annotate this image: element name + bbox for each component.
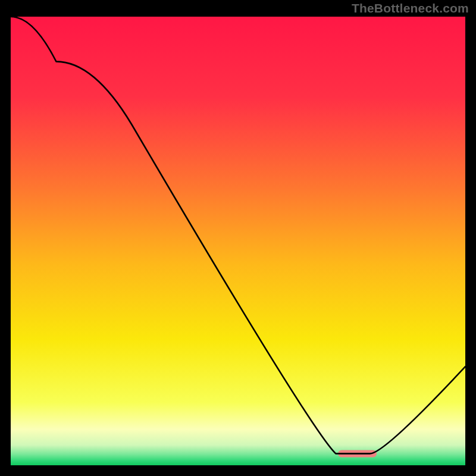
- watermark-text: TheBottleneck.com: [352, 1, 469, 15]
- plot-background: [11, 17, 465, 465]
- plot-svg: [11, 17, 465, 465]
- chart-container: TheBottleneck.com: [0, 0, 476, 476]
- plot-area: [11, 17, 465, 465]
